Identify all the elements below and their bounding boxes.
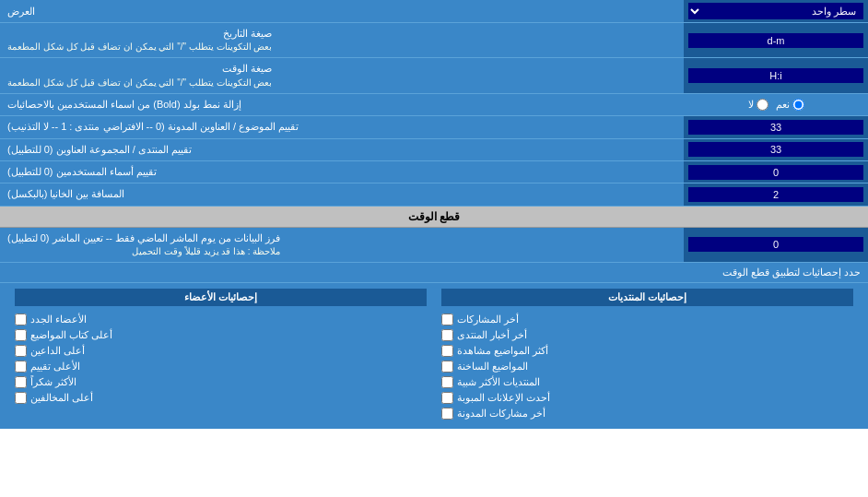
time-format-row: صيغة الوقت بعض التكوينات يتطلب "/" التي …: [0, 58, 868, 93]
date-format-label: صيغة التاريخ بعض التكوينات يتطلب "/" الت…: [0, 23, 684, 57]
list-item: أخر أخبار المنتدى: [441, 327, 853, 343]
list-item: المواضيع الساخنة: [441, 359, 853, 374]
checkbox-top-inviters[interactable]: [15, 345, 27, 357]
list-item: أحدث الإعلانات المبوبة: [441, 390, 853, 406]
checkbox-last-posts[interactable]: [441, 314, 453, 325]
users-limit-input[interactable]: [688, 165, 863, 180]
list-item: الأعلى تقييم: [15, 359, 427, 374]
date-format-input[interactable]: [688, 33, 863, 48]
checkbox-most-thanked[interactable]: [15, 376, 27, 388]
spacing-input-cell: [684, 183, 868, 205]
list-item: الأعضاء الجدد: [15, 312, 427, 327]
filter-row: فرز البيانات من يوم الماشر الماضي فقط --…: [0, 228, 868, 263]
time-format-label: صيغة الوقت بعض التكوينات يتطلب "/" التي …: [0, 58, 684, 92]
forum-limit-input[interactable]: [688, 142, 863, 157]
filter-input-cell: [684, 228, 868, 262]
checkbox-announcements[interactable]: [441, 392, 453, 404]
topics-limit-row: تقييم الموضوع / العناوين المدونة (0 -- ا…: [0, 116, 868, 138]
list-item: أعلى الداعين: [15, 343, 427, 359]
filter-input[interactable]: [688, 237, 863, 252]
checkboxes-section: إحصائيات المنتديات إحصائيات الأعضاء أخر …: [0, 283, 868, 429]
col2-header: إحصائيات الأعضاء: [15, 289, 427, 306]
checkboxes-content-row: أخر المشاركات أخر أخبار المنتدى أكثر الم…: [7, 310, 861, 423]
time-cut-header: قطع الوقت: [0, 207, 868, 228]
spacing-label: المسافة بين الخانيا (بالبكسل): [0, 183, 684, 205]
bold-radio-cell: نعم لا: [684, 94, 868, 115]
checkbox-forum-news[interactable]: [441, 329, 453, 341]
time-format-input[interactable]: [688, 68, 863, 83]
checkbox-top-violators[interactable]: [15, 392, 27, 404]
list-item: أعلى المخالفين: [15, 390, 427, 406]
list-item: أكثر المواضيع مشاهدة: [441, 343, 853, 359]
bold-label: إزالة نمط بولد (Bold) من اسماء المستخدمي…: [0, 94, 684, 115]
time-format-input-cell: [684, 58, 868, 92]
top-bar-row: سطر واحد سطران ثلاثة أسطر العرض: [0, 0, 868, 23]
checkbox-hot-topics[interactable]: [441, 361, 453, 373]
limit-label-row: حدد إحصائيات لتطبيق قطع الوقت: [0, 263, 868, 283]
bold-radio-no[interactable]: [757, 99, 768, 111]
users-limit-input-cell: [684, 161, 868, 183]
topics-limit-input[interactable]: [688, 120, 863, 135]
date-format-input-cell: [684, 23, 868, 57]
display-label: العرض: [0, 0, 684, 22]
users-limit-label: تقييم أسماء المستخدمين (0 للتطبيل): [0, 161, 684, 183]
forum-limit-row: تقييم المنتدى / المجموعة العناوين (0 للت…: [0, 139, 868, 161]
list-item: أخر المشاركات: [441, 312, 853, 327]
bold-radio-yes[interactable]: [792, 99, 804, 111]
display-select-cell: سطر واحد سطران ثلاثة أسطر: [684, 0, 868, 22]
list-item: أعلى كتاب المواضيع: [15, 327, 427, 343]
checkbox-top-writers[interactable]: [15, 329, 27, 341]
bold-row: نعم لا إزالة نمط بولد (Bold) من اسماء ال…: [0, 94, 868, 116]
col1-header: إحصائيات المنتديات: [441, 289, 853, 306]
checkbox-new-members[interactable]: [15, 314, 27, 325]
checkboxes-col2: الأعضاء الجدد أعلى كتاب المواضيع أعلى ال…: [7, 310, 434, 423]
checkbox-most-viewed[interactable]: [441, 345, 453, 357]
list-item: الأكثر شكراً: [15, 374, 427, 390]
display-select[interactable]: سطر واحد سطران ثلاثة أسطر: [688, 3, 863, 19]
list-item: أخر مشاركات المدونة: [441, 406, 853, 421]
filter-label: فرز البيانات من يوم الماشر الماضي فقط --…: [0, 228, 684, 262]
spacing-row: المسافة بين الخانيا (بالبكسل): [0, 183, 868, 206]
spacing-input[interactable]: [688, 187, 863, 202]
date-format-row: صيغة التاريخ بعض التكوينات يتطلب "/" الت…: [0, 23, 868, 58]
forum-limit-input-cell: [684, 139, 868, 160]
checkbox-blog-posts[interactable]: [441, 408, 453, 420]
checkboxes-col1: أخر المشاركات أخر أخبار المنتدى أكثر الم…: [434, 310, 861, 423]
list-item: المنتديات الأكثر شبية: [441, 374, 853, 390]
forum-limit-label: تقييم المنتدى / المجموعة العناوين (0 للت…: [0, 139, 684, 160]
topics-limit-input-cell: [684, 116, 868, 137]
users-limit-row: تقييم أسماء المستخدمين (0 للتطبيل): [0, 161, 868, 183]
bold-radio-yes-label: نعم: [776, 99, 804, 111]
topics-limit-label: تقييم الموضوع / العناوين المدونة (0 -- ا…: [0, 116, 684, 137]
checkboxes-headers-row: إحصائيات المنتديات إحصائيات الأعضاء: [7, 289, 861, 310]
bold-radio-no-label: لا: [748, 99, 768, 111]
checkbox-top-rated[interactable]: [15, 361, 27, 373]
checkbox-popular-forums[interactable]: [441, 376, 453, 388]
